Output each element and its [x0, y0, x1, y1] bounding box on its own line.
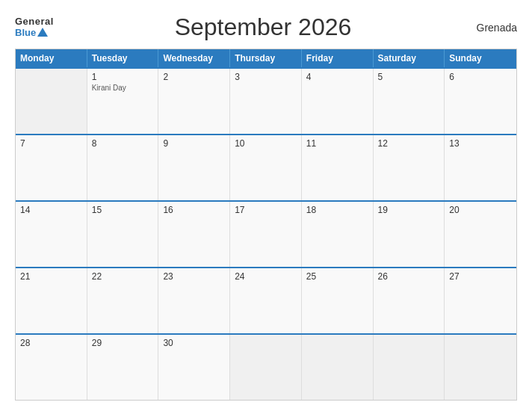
header-day-friday: Friday: [302, 49, 374, 67]
day-number: 23: [163, 271, 225, 282]
day-number: 9: [163, 138, 225, 149]
calendar-cell: [230, 335, 302, 400]
day-number: 20: [449, 205, 512, 215]
day-number: 13: [449, 138, 512, 149]
calendar-cell: 4: [302, 69, 374, 134]
calendar-cell: 20: [445, 202, 516, 267]
calendar-event: Kirani Day: [92, 84, 154, 92]
calendar-page: General Blue September 2026 Grenada Mond…: [0, 0, 532, 411]
calendar-week-5: 282930: [16, 333, 516, 400]
day-number: 16: [163, 205, 225, 215]
day-number: 6: [449, 72, 512, 82]
calendar-week-1: 1Kirani Day23456: [16, 67, 516, 134]
calendar-cell: 26: [374, 268, 445, 333]
day-number: 15: [92, 205, 154, 215]
calendar-cell: 12: [374, 135, 445, 200]
calendar-cell: 11: [302, 135, 374, 200]
calendar-cell: 5: [374, 69, 445, 134]
day-number: 12: [378, 138, 440, 149]
day-number: 26: [378, 271, 440, 282]
day-number: 17: [235, 205, 297, 215]
day-number: 19: [378, 205, 440, 215]
calendar-week-2: 78910111213: [16, 134, 516, 200]
calendar-week-3: 14151617181920: [16, 200, 516, 267]
header-day-thursday: Thursday: [230, 49, 302, 67]
calendar-header-row: MondayTuesdayWednesdayThursdayFridaySatu…: [16, 49, 516, 67]
day-number: 25: [306, 271, 368, 282]
header-day-tuesday: Tuesday: [87, 49, 159, 67]
logo: General Blue: [15, 16, 54, 38]
calendar-cell: 1Kirani Day: [87, 69, 159, 134]
header-day-saturday: Saturday: [374, 49, 445, 67]
logo-blue-text: Blue: [15, 28, 48, 38]
logo-triangle-icon: [37, 28, 48, 37]
day-number: 14: [20, 205, 82, 215]
calendar-title: September 2026: [54, 13, 472, 41]
day-number: 1: [92, 72, 154, 82]
day-number: 27: [449, 271, 512, 282]
logo-general-text: General: [15, 16, 54, 27]
calendar-cell: 15: [87, 202, 159, 267]
day-number: 22: [92, 271, 154, 282]
calendar-week-4: 21222324252627: [16, 267, 516, 333]
day-number: 3: [235, 72, 297, 82]
day-number: 24: [235, 271, 297, 282]
calendar-cell: 3: [230, 69, 302, 134]
calendar-cell: [16, 69, 87, 134]
day-number: 7: [20, 138, 82, 149]
day-number: 5: [378, 72, 440, 82]
calendar-cell: 23: [158, 268, 230, 333]
calendar-cell: 13: [445, 135, 516, 200]
calendar-cell: 9: [158, 135, 230, 200]
calendar-cell: 30: [158, 335, 230, 400]
day-number: 30: [163, 338, 225, 348]
day-number: 10: [235, 138, 297, 149]
day-number: 21: [20, 271, 82, 282]
calendar-cell: 17: [230, 202, 302, 267]
calendar-cell: 22: [87, 268, 159, 333]
calendar-cell: 14: [16, 202, 87, 267]
calendar-grid: MondayTuesdayWednesdayThursdayFridaySatu…: [15, 49, 517, 401]
header-day-sunday: Sunday: [445, 49, 516, 67]
day-number: 11: [306, 138, 368, 149]
calendar-cell: 7: [16, 135, 87, 200]
calendar-cell: 16: [158, 202, 230, 267]
day-number: 4: [306, 72, 368, 82]
calendar-cell: 10: [230, 135, 302, 200]
day-number: 18: [306, 205, 368, 215]
calendar-cell: 25: [302, 268, 374, 333]
calendar-cell: 6: [445, 69, 516, 134]
calendar-cell: 27: [445, 268, 516, 333]
calendar-cell: 19: [374, 202, 445, 267]
calendar-cell: 2: [158, 69, 230, 134]
day-number: 29: [92, 338, 154, 348]
day-number: 2: [163, 72, 225, 82]
calendar-cell: 24: [230, 268, 302, 333]
header: General Blue September 2026 Grenada: [15, 13, 517, 41]
calendar-body: 1Kirani Day23456789101112131415161718192…: [16, 67, 516, 400]
calendar-cell: 18: [302, 202, 374, 267]
calendar-cell: 21: [16, 268, 87, 333]
calendar-cell: [445, 335, 516, 400]
header-day-monday: Monday: [16, 49, 87, 67]
country-label: Grenada: [472, 22, 517, 34]
calendar-cell: [374, 335, 445, 400]
calendar-cell: [302, 335, 374, 400]
calendar-cell: 8: [87, 135, 159, 200]
header-day-wednesday: Wednesday: [158, 49, 230, 67]
calendar-cell: 28: [16, 335, 87, 400]
day-number: 8: [92, 138, 154, 149]
day-number: 28: [20, 338, 82, 348]
calendar-cell: 29: [87, 335, 159, 400]
